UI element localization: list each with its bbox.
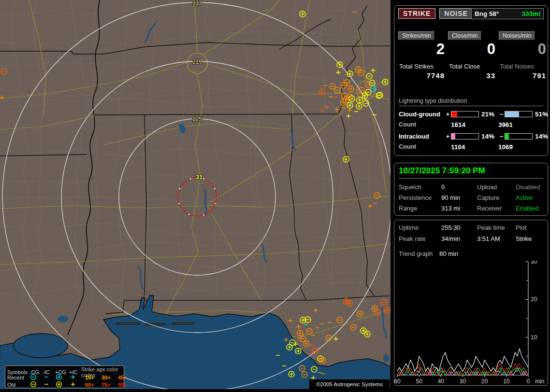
svg-text:10: 10 <box>531 334 537 341</box>
close-rate-value: 0 <box>487 41 495 58</box>
strikes-rate-value: 2 <box>436 41 445 58</box>
legend-age-75+: 75+ <box>101 382 118 388</box>
trend-panel: Uptime 255:30 Peak time Plot Peak rate 3… <box>394 220 548 386</box>
legend-recent-label: Recent <box>7 375 29 380</box>
svg-text:125: 125 <box>192 116 202 123</box>
total-strikes-value: 7748 <box>427 71 445 80</box>
legend-old-label: Old <box>7 382 29 388</box>
total-noises-value: 791 <box>533 71 546 80</box>
total-close-label: Total Close <box>449 63 480 70</box>
trend-window-value: 60 min <box>439 250 458 257</box>
legend-symbol-cp <box>55 381 69 389</box>
receiver-label: Receiver <box>477 205 516 212</box>
cg-positive-count: 1614 <box>451 121 498 128</box>
total-noises-label: Total Noises <box>500 63 534 70</box>
map-canvas[interactable]: 31321912531 <box>0 0 391 392</box>
legend-old-row: Old 60+75+90+ <box>7 381 124 388</box>
ic-count-label: Count <box>399 143 451 151</box>
ic-negative-bar <box>505 133 533 140</box>
minus-sign: − <box>498 111 505 118</box>
cg-count-label: Count <box>399 121 451 128</box>
squelch-value: 0 <box>441 183 477 191</box>
cg-negative-bar <box>505 111 533 117</box>
peak-time-value: 3:51 AM <box>477 235 516 242</box>
strikes-per-min-badge[interactable]: Strikes/min <box>398 31 434 40</box>
svg-text:31: 31 <box>196 173 203 181</box>
uptime-value: 255:30 <box>441 224 477 231</box>
counters-panel: STRIKENOISE Bng 58° 333mi Strikes/min 2 … <box>394 5 548 156</box>
upload-label: Upload <box>477 183 516 191</box>
legend-recent-row: Recent 15+30+45+ <box>7 374 124 381</box>
svg-text:20: 20 <box>531 296 537 303</box>
distribution-title: Lightning type distribution <box>399 98 543 106</box>
svg-text:60: 60 <box>394 378 401 385</box>
map-legend: Symbols -CG -IC +CG +IC Strike age color… <box>5 365 124 388</box>
legend-header-row: Symbols -CG -IC +CG +IC Strike age color… <box>7 366 124 374</box>
svg-text:min: min <box>535 378 544 385</box>
legend-age-90+: 90+ <box>118 382 133 388</box>
svg-text:219: 219 <box>192 58 202 65</box>
noise-toggle-button[interactable]: NOISE <box>439 8 473 19</box>
intracloud-label: Intracloud <box>399 133 445 140</box>
legend-age-60+: 60+ <box>85 382 101 388</box>
bearing-value: Bng 58° <box>475 10 499 17</box>
peak-rate-label: Peak rate <box>399 235 441 242</box>
legend-age-30+: 30+ <box>101 375 118 380</box>
plot-mode-value: Strike <box>516 235 546 242</box>
legend-symbol-cm <box>29 374 43 381</box>
legend-symbol-cp <box>55 374 69 381</box>
upload-status: Disabled <box>516 183 550 191</box>
ic-count-row: Count 1104 1069 <box>399 143 543 151</box>
close-per-min-badge[interactable]: Close/min <box>448 31 481 40</box>
plot-label: Plot <box>516 224 546 231</box>
cg-negative-count: 3961 <box>498 121 546 128</box>
peak-rate-value: 34/min <box>441 235 477 242</box>
plus-sign: + <box>445 133 451 140</box>
legend-age-15+: 15+ <box>85 375 101 380</box>
squelch-label: Squelch <box>399 183 441 191</box>
bearing-range-readout: Bng 58° 333mi <box>471 8 544 19</box>
legend-symbol-cm <box>29 381 43 389</box>
total-strikes-label: Total Strikes <box>399 63 434 70</box>
range-value: 333mi <box>522 10 540 17</box>
ic-positive-bar <box>451 133 479 140</box>
strikes-counter: Strikes/min 2 Total Strikes 7748 <box>398 31 447 94</box>
instrument-panel: STRIKENOISE Bng 58° 333mi Strikes/min 2 … <box>392 0 550 392</box>
noises-per-min-badge[interactable]: Noises/min <box>499 31 535 40</box>
lightning-map[interactable]: 31321912531 Symbols -CG -IC +CG +IC Stri… <box>0 0 391 392</box>
svg-text:20: 20 <box>481 378 488 385</box>
intracloud-row: Intracloud + 14% − 14% <box>399 133 543 140</box>
svg-text:10: 10 <box>503 378 510 385</box>
legend-symbol-m <box>43 374 55 381</box>
receiver-status: Enabled <box>516 205 550 212</box>
ic-negative-pct: 14% <box>533 133 549 140</box>
svg-text:40: 40 <box>438 378 445 385</box>
status-panel: 10/27/2025 7:59:20 PM Squelch 0 Upload D… <box>394 163 548 216</box>
cg-positive-pct: 21% <box>479 111 498 118</box>
capture-label: Capture <box>477 194 516 201</box>
cloud-ground-row: Cloud-ground + 21% − 51% <box>399 111 543 118</box>
trend-graph: 1020306050403020100min <box>394 261 548 385</box>
cg-positive-bar <box>451 111 479 117</box>
legend-symbol-m <box>43 381 55 389</box>
svg-text:30: 30 <box>460 378 466 385</box>
svg-text:0: 0 <box>527 378 530 385</box>
ic-positive-count: 1104 <box>451 143 498 151</box>
total-close-value: 33 <box>486 71 495 80</box>
datetime-display: 10/27/2025 7:59:20 PM <box>399 166 543 179</box>
uptime-label: Uptime <box>399 224 441 231</box>
persistence-label: Persistence <box>399 194 441 201</box>
strike-toggle-button[interactable]: STRIKE <box>398 8 435 19</box>
ic-negative-count: 1069 <box>498 143 546 151</box>
ic-positive-pct: 14% <box>479 133 498 140</box>
svg-text:50: 50 <box>416 378 422 385</box>
close-counter: Close/min 0 Total Close 33 <box>448 31 497 94</box>
range-setting-value: 313 mi <box>441 205 477 212</box>
persistence-value: 90 min <box>441 194 477 201</box>
legend-symbol-p <box>69 374 81 381</box>
minus-sign: − <box>498 133 505 140</box>
trend-graph-label: Trend graph <box>399 250 433 257</box>
svg-text:30: 30 <box>531 261 537 265</box>
range-label: Range <box>399 205 441 212</box>
noises-rate-value: 0 <box>538 41 546 58</box>
